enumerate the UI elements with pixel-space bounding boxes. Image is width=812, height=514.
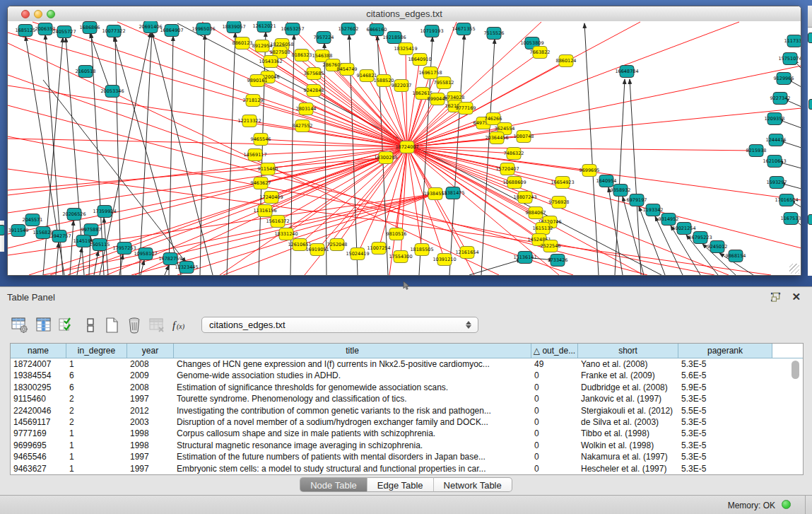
table-row[interactable]: 2242004622012Investigating the contribut… xyxy=(11,405,803,416)
network-view-window[interactable]: citations_edges.txt 16851252006352240557… xyxy=(7,6,801,276)
graph-node-label: 9975887 xyxy=(81,227,102,233)
table-cell: 5.3E-5 xyxy=(678,463,772,474)
graph-node-label: 20206526 xyxy=(62,211,86,217)
table-cell: 1 xyxy=(66,428,127,439)
graph-node-label: 17554300 xyxy=(389,254,412,259)
column-header-out-de-[interactable]: △ out_de... xyxy=(531,344,578,358)
graph-node-label: 18640910 xyxy=(408,57,431,62)
window-resize-grip[interactable] xyxy=(789,264,799,274)
graph-node-label: 2522546 xyxy=(541,243,561,249)
graph-node-label: 1615132 xyxy=(533,226,553,231)
dropdown-stepper-icon xyxy=(466,320,472,330)
graph-node-label: 16795223 xyxy=(688,235,712,240)
graph-node-label: 15024419 xyxy=(346,251,369,257)
table-row[interactable]: 1456911722003Disruption of a novel membe… xyxy=(11,416,803,428)
graph-node-label: 9699695 xyxy=(579,168,600,173)
window-title: citations_edges.txt xyxy=(8,8,801,19)
table-selector-dropdown[interactable]: citations_edges.txt xyxy=(201,317,478,333)
graph-edge xyxy=(152,33,213,275)
select-rows-icon[interactable] xyxy=(58,317,75,334)
table-row[interactable]: 911546021997Tourette syndrome. Phenomeno… xyxy=(11,393,803,404)
table-cell: 1997 xyxy=(127,463,174,474)
citation-network-graph[interactable]: 1685125200635224055727168686610077322206… xyxy=(8,21,801,275)
column-header-in-degree[interactable]: in_degree xyxy=(66,344,127,358)
window-titlebar[interactable]: citations_edges.txt xyxy=(8,6,801,22)
change-table-mode-icon[interactable] xyxy=(11,317,28,334)
tab-edge-table[interactable]: Edge Table xyxy=(367,477,434,492)
column-header-short[interactable]: short xyxy=(578,344,678,358)
tab-network-table[interactable]: Network Table xyxy=(434,477,512,492)
graph-node-label: 1156829 xyxy=(33,230,54,235)
graph-node-label: 8860123 xyxy=(233,40,253,46)
graph-node-label: 1244416 xyxy=(766,137,787,143)
node-attribute-table: namein_degreeyeartitle△ out_de...shortpa… xyxy=(10,343,804,475)
column-header-year[interactable]: year xyxy=(127,344,174,358)
graph-node-label: 10653257 xyxy=(281,26,304,32)
graph-node-label: 18724007 xyxy=(395,144,418,150)
table-cell: Tourette syndrome. Phenomenology and cla… xyxy=(174,393,531,404)
table-row[interactable]: 1872400712008Changes of HCN gene express… xyxy=(11,358,803,370)
table-cell: 9699695 xyxy=(11,440,66,451)
graph-node-label: 1593297 xyxy=(767,180,787,185)
row-options-icon[interactable] xyxy=(82,317,99,334)
graph-node-label: 7955812 xyxy=(434,80,454,86)
scrollbar-thumb[interactable] xyxy=(792,361,799,379)
table-row[interactable]: 946554611997Estimation of the future num… xyxy=(11,451,803,462)
tab-label: Edge Table xyxy=(367,480,433,491)
graph-node-label: 18185505 xyxy=(410,247,433,252)
table-cell: Genome-wide association studies in ADHD. xyxy=(174,370,531,381)
network-canvas[interactable]: 1685125200635224055727168686610077322206… xyxy=(8,21,801,275)
graph-node-label: 3675685 xyxy=(304,71,324,76)
memory-status-label: Memory: OK xyxy=(728,501,775,510)
graph-node-label: 20053346 xyxy=(100,88,124,94)
graph-node-label: 6466160 xyxy=(367,27,387,33)
graph-edge xyxy=(469,259,522,275)
svg-text:(x): (x) xyxy=(177,322,185,331)
graph-node-label: 8215938 xyxy=(746,148,767,153)
table-cell: 9463627 xyxy=(11,463,66,474)
graph-node xyxy=(808,99,812,110)
column-header-pagerank[interactable]: pagerank xyxy=(678,344,772,358)
table-cell: 2 xyxy=(66,393,127,404)
table-cell: Estimation of significance thresholds fo… xyxy=(174,382,531,393)
graph-node-label: 9358932 xyxy=(611,187,631,193)
column-header-title[interactable]: title xyxy=(174,344,531,358)
function-builder-icon[interactable]: f (x) xyxy=(171,317,191,334)
table-cell: Nakamura et al. (1997) xyxy=(578,451,678,462)
graph-node-label: 3624554 xyxy=(495,126,515,132)
table-row[interactable]: 969969511998Structural magnetic resonanc… xyxy=(11,440,803,451)
table-cell: 6 xyxy=(66,370,127,381)
graph-node xyxy=(808,214,812,225)
graph-edge xyxy=(407,59,420,147)
graph-node-label: 12323445 xyxy=(175,264,198,270)
memory-status-indicator-icon[interactable] xyxy=(782,500,791,509)
close-panel-icon[interactable]: ✕ xyxy=(792,291,801,303)
create-new-column-icon[interactable] xyxy=(103,317,120,334)
graph-node-label: 18807243 xyxy=(513,194,536,200)
graph-edge xyxy=(56,243,59,275)
table-cell: 14569117 xyxy=(11,416,66,428)
column-header-name[interactable]: name xyxy=(11,344,66,358)
table-row[interactable]: 1938455462009Genome-wide association stu… xyxy=(11,370,803,381)
table-cell: Investigating the contribution of common… xyxy=(174,405,531,416)
delete-table-icon[interactable] xyxy=(148,317,165,334)
table-row[interactable]: 977716911998Corpus callosum shape and si… xyxy=(11,428,803,439)
tab-label: Node Table xyxy=(300,480,367,491)
float-panel-icon[interactable] xyxy=(770,292,781,303)
graph-edge xyxy=(407,147,729,275)
table-row[interactable]: 946362711997Embryonic stem cells: a mode… xyxy=(11,463,803,474)
graph-node-label: 1686866 xyxy=(80,25,100,30)
graph-node-label: 24055727 xyxy=(52,29,76,35)
graph-node-label: 9245012 xyxy=(707,244,728,250)
table-cell: 0 xyxy=(531,416,578,428)
statusbar-divider xyxy=(805,496,806,514)
table-row[interactable]: 1830029562008Estimation of significance … xyxy=(11,382,803,393)
show-columns-icon[interactable] xyxy=(35,317,52,334)
graph-node-label: 11007254 xyxy=(367,245,390,251)
table-cell: 1 xyxy=(66,451,127,462)
tab-node-table[interactable]: Node Table xyxy=(300,477,367,492)
table-vertical-scrollbar[interactable] xyxy=(792,359,801,472)
graph-node-label: 9868154 xyxy=(726,253,746,259)
delete-columns-icon[interactable] xyxy=(126,317,143,334)
table-cell: 5.3E-5 xyxy=(678,451,772,462)
